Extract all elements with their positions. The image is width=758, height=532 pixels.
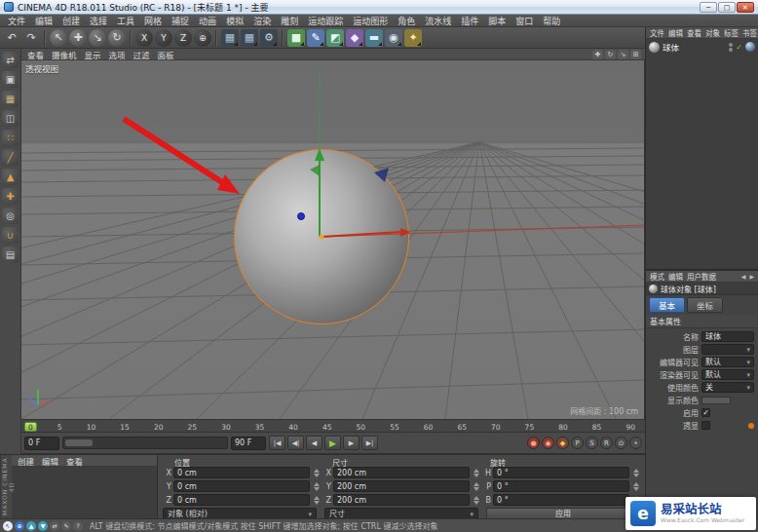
menu-item[interactable]: 动画 xyxy=(194,15,221,27)
view-label[interactable]: 透视视图 xyxy=(25,62,58,74)
viewport-menu-item[interactable]: 过滤 xyxy=(130,49,154,60)
workplane-mode-button[interactable]: ◫ xyxy=(2,110,19,127)
add-camera-button[interactable]: ◉ xyxy=(385,29,402,47)
spinner[interactable] xyxy=(631,480,640,492)
texture-mode-button[interactable]: ▦ xyxy=(2,91,19,107)
edges-mode-button[interactable]: ╱ xyxy=(2,149,19,166)
viewport[interactable]: 透视视图 网格间距 : 100 cm xyxy=(21,60,645,419)
status-link-icon[interactable]: ⇄ xyxy=(50,521,59,531)
object-row-sphere[interactable]: 球体 ✓ xyxy=(646,40,758,54)
x-axis-arrowhead[interactable] xyxy=(400,228,410,237)
snap-enable-button[interactable]: ∪ xyxy=(2,227,19,244)
add-floor-button[interactable]: ▬ xyxy=(365,29,383,47)
gizmo-origin[interactable] xyxy=(320,235,324,240)
rotation-field[interactable]: 0 ° xyxy=(493,480,629,492)
menu-item[interactable]: 窗口 xyxy=(511,15,538,27)
record-point-level-button[interactable]: • xyxy=(629,437,642,449)
render-picture-viewer-button[interactable]: ▦ xyxy=(241,29,258,47)
points-mode-button[interactable]: ∷ xyxy=(2,130,19,146)
record-rotation-button[interactable]: R xyxy=(600,437,613,449)
materials-menu-item[interactable]: 编辑 xyxy=(38,455,62,467)
status-up-icon[interactable]: ▲ xyxy=(26,521,36,531)
spinner[interactable] xyxy=(472,467,480,478)
coordinate-system-button[interactable]: ⊕ xyxy=(194,29,211,47)
attribute-field[interactable]: 关 xyxy=(701,382,754,393)
spinner[interactable] xyxy=(631,467,640,478)
menu-item[interactable]: 帮助 xyxy=(538,15,565,27)
menu-item[interactable]: 运动跟踪 xyxy=(303,15,348,27)
materials-list[interactable] xyxy=(12,467,157,518)
scale-tool-button[interactable]: ↘ xyxy=(89,29,106,47)
redo-button[interactable]: ↷ xyxy=(22,29,40,47)
materials-menu-item[interactable]: 创建 xyxy=(14,455,38,467)
lock-y-axis-button[interactable]: Y xyxy=(155,29,172,47)
move-tool-button[interactable]: ✚ xyxy=(69,29,87,47)
spinner[interactable] xyxy=(312,480,321,492)
object-menu-item[interactable]: 标签 xyxy=(722,27,740,38)
size-field[interactable]: 200 cm xyxy=(333,494,470,506)
maximize-button[interactable]: □ xyxy=(718,2,736,13)
status-pen-icon[interactable]: ✎ xyxy=(61,521,71,531)
attribute-field[interactable]: 球体 xyxy=(701,331,754,342)
live-selection-button[interactable]: ↖ xyxy=(50,29,67,47)
range-handle[interactable] xyxy=(65,439,93,446)
attribute-checkbox[interactable] xyxy=(701,421,710,430)
goto-start-button[interactable]: |◀ xyxy=(269,436,285,450)
viewport-menu-item[interactable]: 面板 xyxy=(154,49,178,60)
viewport-solo-button[interactable]: ◎ xyxy=(2,208,19,224)
xz-plane-handle[interactable] xyxy=(374,168,389,182)
menu-item[interactable]: 角色 xyxy=(393,15,420,27)
z-axis-handle[interactable] xyxy=(298,213,305,220)
menu-item[interactable]: 捕捉 xyxy=(167,15,194,27)
record-scale-button[interactable]: S xyxy=(586,437,598,449)
color-swatch[interactable] xyxy=(701,397,731,404)
object-menu-item[interactable]: 查看 xyxy=(685,27,703,38)
lock-z-axis-button[interactable]: Z xyxy=(174,29,192,47)
status-globe-icon[interactable]: ⊕ xyxy=(15,521,24,531)
play-button[interactable]: ▶ xyxy=(324,436,341,450)
attribute-tab[interactable]: 坐标 xyxy=(687,297,723,313)
attribute-field[interactable]: 默认 xyxy=(701,369,754,380)
view-rotate-icon[interactable]: ↻ xyxy=(605,50,616,59)
frame-range-slider[interactable] xyxy=(62,437,228,449)
enabled-check-icon[interactable]: ✓ xyxy=(736,43,742,52)
object-menu-item[interactable]: 编辑 xyxy=(666,27,685,38)
menu-item[interactable]: 运动图形 xyxy=(348,15,393,27)
previous-frame-button[interactable]: ◀ xyxy=(306,436,322,450)
render-settings-button[interactable]: ⚙ xyxy=(260,29,278,47)
size-field[interactable]: 200 cm xyxy=(333,467,470,478)
rotate-tool-button[interactable]: ↻ xyxy=(108,29,126,47)
render-view-button[interactable]: ▦ xyxy=(221,29,239,47)
viewport-menu-item[interactable]: 选项 xyxy=(105,49,130,60)
goto-end-button[interactable]: ▶| xyxy=(361,436,378,450)
visibility-toggles[interactable] xyxy=(729,43,733,52)
make-editable-button[interactable]: ⇄ xyxy=(2,52,19,68)
object-name[interactable]: 球体 xyxy=(663,41,679,53)
record-keyframe-button[interactable]: ● xyxy=(527,437,540,449)
add-subdivision-button[interactable]: ◩ xyxy=(326,29,344,47)
keyframe-selection-button[interactable]: ◆ xyxy=(556,437,569,449)
polygons-mode-button[interactable]: ▲ xyxy=(2,169,19,185)
menu-item[interactable]: 脚本 xyxy=(483,15,511,27)
add-deformer-button[interactable]: ◆ xyxy=(346,29,363,47)
add-light-button[interactable]: ✦ xyxy=(404,29,422,47)
start-frame-input[interactable]: 0 F xyxy=(24,437,59,450)
menu-item[interactable]: 雕刻 xyxy=(276,15,303,27)
position-field[interactable]: 0 cm xyxy=(173,480,310,492)
previous-key-button[interactable]: ◀| xyxy=(287,436,304,450)
object-menu-item[interactable]: 书签 xyxy=(740,27,758,38)
undo-button[interactable]: ↶ xyxy=(3,29,20,47)
viewport-menu-item[interactable]: 查看 xyxy=(23,49,48,60)
view-zoom-icon[interactable]: ↘ xyxy=(618,50,628,59)
history-forward-icon[interactable]: ▶ xyxy=(747,273,756,280)
close-button[interactable]: ✕ xyxy=(737,2,754,13)
viewport-menu-item[interactable]: 显示 xyxy=(81,49,105,60)
spinner[interactable] xyxy=(472,480,480,492)
attribute-menu-item[interactable]: 模式 xyxy=(648,271,666,282)
end-frame-input[interactable]: 90 F xyxy=(231,437,266,450)
editor-visibility-dot[interactable] xyxy=(729,43,733,47)
menu-item[interactable]: 网格 xyxy=(139,15,167,27)
spinner[interactable] xyxy=(312,467,321,478)
rotation-field[interactable]: 0 ° xyxy=(493,467,629,478)
materials-menu-item[interactable]: 查看 xyxy=(62,455,87,467)
